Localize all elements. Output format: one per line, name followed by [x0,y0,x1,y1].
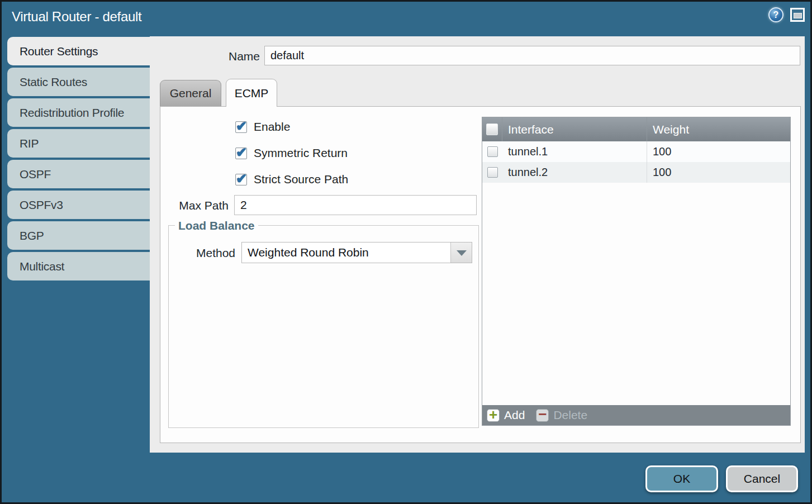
table-row[interactable]: tunnel.2 100 [482,162,790,183]
sidebar-item-label: OSPF [20,168,51,181]
max-path-input[interactable] [234,195,477,215]
symmetric-return-label: Symmetric Return [254,146,348,160]
sidebar-item-router-settings[interactable]: Router Settings [7,37,150,65]
table-footer: + Add − Delete [482,405,790,425]
check-icon: ✔ [236,171,247,187]
sidebar-item-label: Router Settings [20,45,98,58]
name-input[interactable] [264,46,800,65]
main-panel: Name General ECMP ✔ Enable ✔ Symmetric R… [150,36,805,453]
sidebar-item-label: RIP [20,137,39,150]
interface-table: Interface Weight tunnel.1 100 tunnel.2 1… [482,117,791,426]
minus-icon: − [536,409,549,422]
interface-cell: tunnel.1 [502,141,647,162]
dialog-title: Virtual Router - default [12,9,141,25]
title-bar: Virtual Router - default ? [2,2,810,34]
sidebar-item-label: OSPFv3 [20,198,63,212]
sidebar-item-ospf[interactable]: OSPF [7,160,150,188]
tab-ecmp-label: ECMP [235,87,269,100]
symmetric-return-row: ✔ Symmetric Return [235,146,348,160]
select-all-checkbox[interactable] [486,123,498,135]
table-row[interactable]: tunnel.1 100 [482,141,790,162]
enable-label: Enable [254,120,290,134]
weight-column-header: Weight [647,123,790,136]
sidebar: Router Settings Static Routes Redistribu… [7,37,150,283]
header-check-cell [482,117,502,141]
method-value: Weighted Round Robin [248,246,369,259]
sidebar-item-label: Static Routes [20,75,87,89]
plus-icon: + [487,409,500,422]
load-balance-legend: Load Balance [175,219,258,232]
interface-column-header: Interface [502,117,647,141]
ok-button[interactable]: OK [645,465,718,492]
check-icon: ✔ [236,118,247,134]
sidebar-item-rip[interactable]: RIP [7,129,150,158]
weight-cell: 100 [647,166,790,179]
sidebar-item-redistribution-profile[interactable]: Redistribution Profile [7,98,150,127]
row-check-cell [482,167,502,178]
row-checkbox[interactable] [487,167,498,178]
tab-general-label: General [170,87,212,100]
cancel-button[interactable]: Cancel [726,465,798,492]
virtual-router-dialog: Virtual Router - default ? Router Settin… [0,0,812,504]
sidebar-item-label: BGP [20,229,44,243]
strict-source-path-checkbox[interactable]: ✔ [235,174,247,186]
interface-cell: tunnel.2 [502,162,647,183]
symmetric-return-checkbox[interactable]: ✔ [235,148,247,159]
method-label: Method [177,246,235,260]
tab-ecmp[interactable]: ECMP [226,79,277,107]
check-icon: ✔ [236,145,247,160]
max-path-label: Max Path [160,199,229,212]
sidebar-item-label: Redistribution Profile [20,106,124,120]
add-button[interactable]: + Add [487,408,525,422]
sidebar-item-label: Multicast [20,260,64,273]
table-header: Interface Weight [482,117,790,141]
row-checkbox[interactable] [487,146,498,157]
method-dropdown[interactable]: Weighted Round Robin [241,242,472,263]
sidebar-item-static-routes[interactable]: Static Routes [7,68,150,96]
sidebar-item-multicast[interactable]: Multicast [7,252,150,280]
add-button-label: Add [504,408,525,422]
ok-button-label: OK [673,472,690,486]
delete-button-label: Delete [553,408,587,422]
help-icon[interactable]: ? [768,7,783,22]
restore-window-icon[interactable] [790,8,805,22]
name-label: Name [200,50,260,63]
strict-source-path-row: ✔ Strict Source Path [235,173,348,186]
tab-general[interactable]: General [160,80,221,106]
sidebar-item-ospfv3[interactable]: OSPFv3 [7,191,150,219]
row-check-cell [482,146,502,157]
delete-button[interactable]: − Delete [536,408,587,422]
table-empty-area [482,183,790,405]
enable-checkbox[interactable]: ✔ [235,121,247,133]
ecmp-tab-content: ✔ Enable ✔ Symmetric Return ✔ Strict Sou… [160,106,801,443]
enable-row: ✔ Enable [235,120,290,134]
chevron-down-icon[interactable] [450,243,472,263]
strict-source-path-label: Strict Source Path [254,173,348,186]
sidebar-item-bgp[interactable]: BGP [7,221,150,250]
weight-cell: 100 [647,145,790,158]
cancel-button-label: Cancel [744,472,780,486]
